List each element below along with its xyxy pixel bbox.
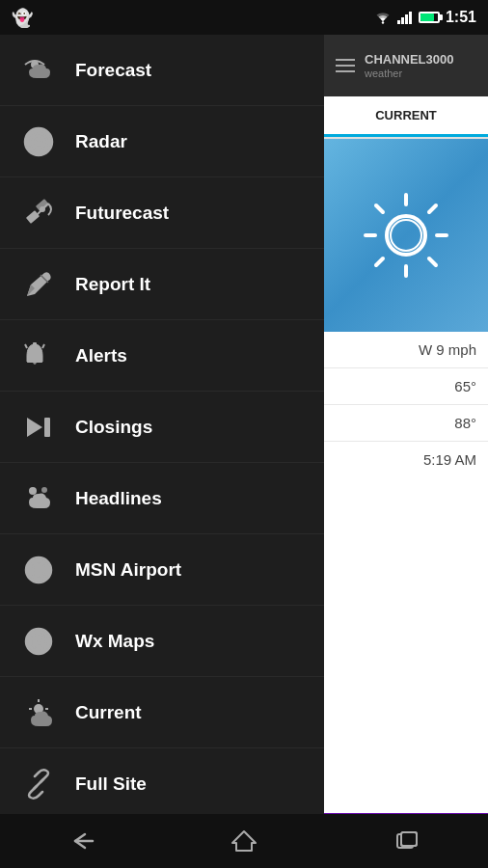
weather-data: W 9 mph 65° 88° 5:19 AM [324,332,488,813]
right-header: CHANNEL3000 weather [324,35,488,96]
high-temp-row: 88° [324,405,488,442]
svg-marker-23 [27,418,42,437]
link-icon [19,765,58,803]
sidebar-item-full-site[interactable]: Full Site [0,748,324,820]
battery-icon [419,12,440,23]
sidebar-item-radar[interactable]: Radar [0,106,324,177]
sidebar-item-headlines[interactable]: Headlines [0,463,324,534]
channel-name: CHANNEL3000 [365,52,453,68]
svg-line-21 [25,344,27,348]
svg-line-51 [376,258,383,265]
back-icon [68,830,95,852]
radar-icon [19,122,58,161]
channel-subtitle: weather [365,68,453,79]
sunrise-row: 5:19 AM [324,442,488,477]
sun-weather-icon [358,187,454,284]
sidebar-item-futurecast[interactable]: Futurecast [0,177,324,249]
sidebar-item-closings-label: Closings [75,417,152,438]
svg-rect-4 [409,12,412,24]
ghost-icon-area: 👻 [12,8,33,29]
sidebar-item-full-site-label: Full Site [75,773,147,795]
channel-info: CHANNEL3000 weather [365,52,453,79]
svg-marker-55 [232,831,256,851]
svg-point-52 [387,216,425,255]
wind-row: W 9 mph [324,332,488,368]
weather-image [324,139,488,332]
svg-line-48 [376,205,383,212]
pencil-icon [19,265,58,304]
svg-point-0 [382,21,384,23]
svg-line-22 [42,344,44,348]
alert-bell-icon [19,337,58,375]
svg-rect-57 [401,832,417,846]
sidebar-item-radar-label: Radar [75,131,127,152]
svg-rect-20 [27,360,42,363]
sidebar-item-report-it-label: Report It [75,274,150,295]
back-button[interactable] [52,822,110,860]
bottom-nav [0,814,488,868]
svg-rect-24 [44,418,50,437]
sidebar-item-headlines-label: Headlines [75,488,162,509]
wx-maps-icon [19,622,58,661]
cloud-news-icon [19,479,58,518]
recents-button[interactable] [378,822,436,860]
tab-current[interactable]: CURRENT [324,96,488,137]
status-time: 1:51 [446,9,476,26]
svg-rect-3 [405,14,408,24]
sidebar-item-forecast-label: Forecast [75,60,151,81]
home-icon [231,829,257,853]
sidebar-item-msn-airport[interactable]: MSN Airport [0,534,324,606]
sidebar-item-alerts[interactable]: Alerts [0,320,324,392]
wifi-icon [374,11,392,24]
sidebar-item-wx-maps-label: Wx Maps [75,631,154,652]
satellite-icon [19,194,58,232]
svg-line-50 [429,205,436,212]
sidebar-item-closings[interactable]: Closings [0,392,324,463]
svg-rect-1 [397,20,400,24]
hamburger-menu-icon[interactable] [336,59,355,72]
svg-point-33 [38,639,40,641]
status-icons: 1:51 [374,9,476,26]
sidebar-item-current-label: Current [75,702,142,723]
svg-line-43 [34,779,43,789]
home-button[interactable] [215,822,273,860]
right-panel: CHANNEL3000 weather CURRENT [324,35,488,868]
sidebar-item-forecast[interactable]: Forecast [0,35,324,106]
current-weather-icon [19,693,58,732]
svg-rect-2 [401,17,404,24]
sidebar: Forecast Radar [0,35,324,868]
sidebar-item-futurecast-label: Futurecast [75,203,169,224]
skip-icon [19,408,58,447]
low-temp-row: 65° [324,368,488,405]
svg-point-53 [391,220,421,251]
svg-point-25 [29,487,37,495]
recents-icon [395,830,419,852]
sidebar-item-alerts-label: Alerts [75,345,127,366]
cloud-sun-icon [19,51,58,90]
sidebar-item-wx-maps[interactable]: Wx Maps [0,606,324,677]
svg-line-49 [429,258,436,265]
svg-point-26 [41,487,47,493]
sidebar-item-current[interactable]: Current [0,677,324,748]
globe-icon [19,551,58,589]
svg-rect-14 [26,210,40,224]
tabs-row: CURRENT [324,96,488,139]
sidebar-item-msn-airport-label: MSN Airport [75,559,181,581]
signal-icon [397,11,413,24]
main-layout: Forecast Radar [0,35,488,868]
status-bar: 👻 1:51 [0,0,488,35]
sidebar-item-report-it[interactable]: Report It [0,249,324,320]
svg-point-9 [38,140,41,143]
